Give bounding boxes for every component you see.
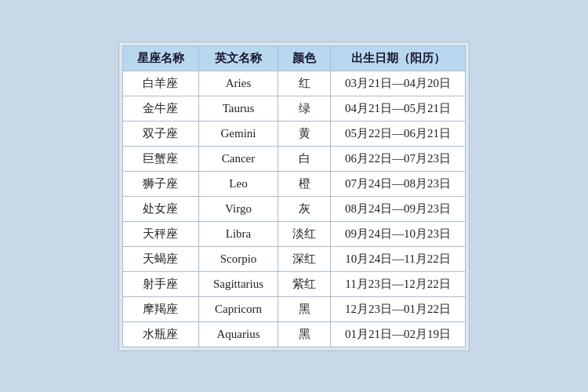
cell-chinese: 处女座	[122, 196, 198, 221]
cell-color: 绿	[278, 96, 331, 121]
table-row: 巨蟹座Cancer白06月22日—07月23日	[122, 146, 465, 171]
cell-dates: 10月24日—11月22日	[331, 246, 466, 271]
table-header-row: 星座名称 英文名称 颜色 出生日期（阳历）	[122, 45, 465, 71]
table-row: 射手座Sagittarius紫红11月23日—12月22日	[122, 271, 465, 296]
cell-dates: 01月21日—02月19日	[331, 321, 466, 347]
cell-chinese: 射手座	[122, 271, 198, 296]
cell-dates: 04月21日—05月21日	[331, 96, 466, 121]
header-chinese-name: 星座名称	[122, 45, 198, 71]
cell-english: Capricorn	[198, 296, 278, 321]
cell-color: 淡红	[278, 221, 331, 246]
cell-dates: 03月21日—04月20日	[331, 71, 466, 96]
table-row: 金牛座Taurus绿04月21日—05月21日	[122, 96, 465, 121]
cell-chinese: 金牛座	[122, 96, 198, 121]
cell-color: 黑	[278, 321, 331, 347]
cell-color: 橙	[278, 171, 331, 196]
cell-dates: 07月24日—08月23日	[331, 171, 466, 196]
zodiac-table: 星座名称 英文名称 颜色 出生日期（阳历） 白羊座Aries红03月21日—04…	[122, 45, 466, 347]
cell-english: Scorpio	[198, 246, 278, 271]
table-row: 天蝎座Scorpio深红10月24日—11月22日	[122, 246, 465, 271]
cell-color: 黑	[278, 296, 331, 321]
table-row: 狮子座Leo橙07月24日—08月23日	[122, 171, 465, 196]
table-row: 摩羯座Capricorn黑12月23日—01月22日	[122, 296, 465, 321]
cell-english: Leo	[198, 171, 278, 196]
cell-chinese: 天秤座	[122, 221, 198, 246]
cell-chinese: 双子座	[122, 121, 198, 146]
cell-chinese: 巨蟹座	[122, 146, 198, 171]
cell-chinese: 天蝎座	[122, 246, 198, 271]
header-color: 颜色	[278, 45, 331, 71]
cell-color: 白	[278, 146, 331, 171]
cell-color: 深红	[278, 246, 331, 271]
header-english-name: 英文名称	[198, 45, 278, 71]
cell-english: Sagittarius	[198, 271, 278, 296]
table-row: 水瓶座Aquarius黑01月21日—02月19日	[122, 321, 465, 347]
cell-dates: 05月22日—06月21日	[331, 121, 466, 146]
cell-dates: 11月23日—12月22日	[331, 271, 466, 296]
cell-dates: 08月24日—09月23日	[331, 196, 466, 221]
zodiac-table-container: 星座名称 英文名称 颜色 出生日期（阳历） 白羊座Aries红03月21日—04…	[118, 42, 470, 351]
cell-english: Taurus	[198, 96, 278, 121]
cell-dates: 06月22日—07月23日	[331, 146, 466, 171]
cell-chinese: 水瓶座	[122, 321, 198, 347]
cell-english: Aquarius	[198, 321, 278, 347]
cell-color: 灰	[278, 196, 331, 221]
header-dates: 出生日期（阳历）	[331, 45, 466, 71]
cell-color: 黄	[278, 121, 331, 146]
cell-english: Virgo	[198, 196, 278, 221]
cell-english: Cancer	[198, 146, 278, 171]
cell-color: 红	[278, 71, 331, 96]
cell-english: Aries	[198, 71, 278, 96]
cell-dates: 09月24日—10月23日	[331, 221, 466, 246]
cell-chinese: 白羊座	[122, 71, 198, 96]
table-row: 处女座Virgo灰08月24日—09月23日	[122, 196, 465, 221]
cell-color: 紫红	[278, 271, 331, 296]
cell-chinese: 摩羯座	[122, 296, 198, 321]
table-row: 双子座Gemini黄05月22日—06月21日	[122, 121, 465, 146]
cell-english: Libra	[198, 221, 278, 246]
cell-english: Gemini	[198, 121, 278, 146]
table-row: 白羊座Aries红03月21日—04月20日	[122, 71, 465, 96]
cell-dates: 12月23日—01月22日	[331, 296, 466, 321]
table-row: 天秤座Libra淡红09月24日—10月23日	[122, 221, 465, 246]
cell-chinese: 狮子座	[122, 171, 198, 196]
